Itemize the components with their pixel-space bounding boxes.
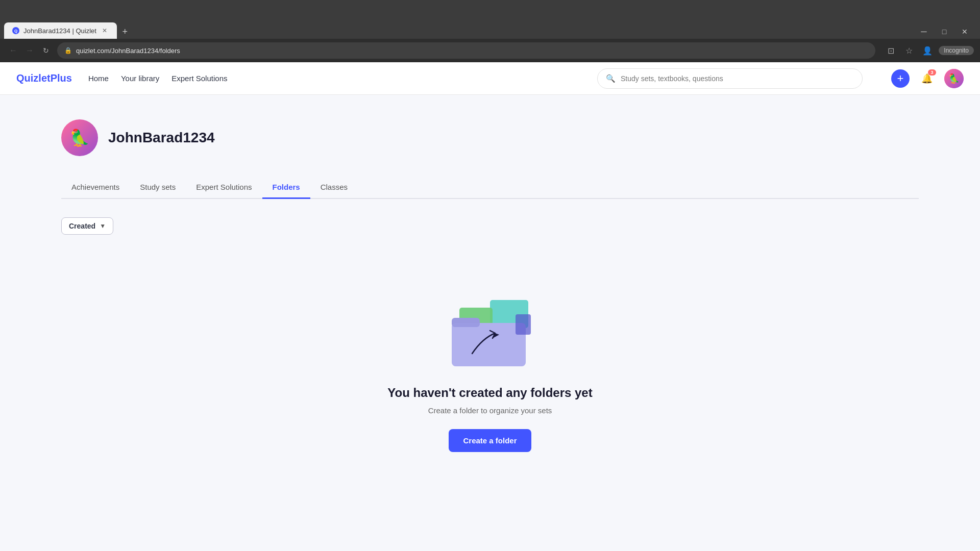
avatar: 🦜 (944, 69, 964, 88)
user-avatar-button[interactable]: 🦜 (944, 69, 964, 88)
tab-study-sets[interactable]: Study sets (130, 177, 186, 199)
filter-label: Created (69, 222, 95, 230)
nav-your-library[interactable]: Your library (121, 74, 159, 83)
url-input[interactable] (76, 47, 868, 55)
empty-state: You haven't created any folders yet Crea… (61, 259, 919, 483)
profile-username: JohnBarad1234 (108, 130, 215, 146)
create-folder-button[interactable]: Create a folder (449, 429, 531, 452)
nav-links: Home Your library Expert Solutions (88, 74, 228, 83)
minimize-button[interactable]: ─ (917, 24, 931, 39)
search-input[interactable] (621, 74, 854, 83)
tab-favicon: Q (12, 27, 19, 34)
tab-achievements[interactable]: Achievements (61, 177, 130, 199)
add-button[interactable]: + (891, 69, 910, 88)
top-nav: QuizletPlus Home Your library Expert Sol… (0, 62, 980, 95)
profile-icon[interactable]: 👤 (920, 43, 935, 58)
nav-home[interactable]: Home (88, 74, 109, 83)
profile-avatar: 🦜 (61, 119, 98, 156)
svg-rect-4 (452, 323, 526, 366)
refresh-button[interactable]: ↻ (39, 43, 53, 58)
page-content: 🦜 JohnBarad1234 Achievements Study sets … (0, 95, 980, 507)
filter-dropdown[interactable]: Created ▼ (61, 217, 113, 235)
forward-button[interactable]: → (22, 43, 37, 58)
active-tab[interactable]: Q JohnBarad1234 | Quizlet ✕ (4, 22, 117, 39)
tab-title: JohnBarad1234 | Quizlet (23, 27, 96, 35)
cast-icon[interactable]: ⊡ (884, 43, 898, 58)
top-nav-actions: + 🔔 3 🦜 (891, 69, 964, 88)
new-tab-button[interactable]: + (118, 24, 132, 39)
tab-bar: Q JohnBarad1234 | Quizlet ✕ + ─ □ ✕ (0, 19, 980, 39)
tab-expert-solutions[interactable]: Expert Solutions (186, 177, 262, 199)
chevron-down-icon: ▼ (100, 222, 106, 230)
empty-subtitle: Create a folder to organize your sets (428, 406, 552, 415)
browser-chrome: Q JohnBarad1234 | Quizlet ✕ + ─ □ ✕ ← → … (0, 0, 980, 62)
notifications-button[interactable]: 🔔 3 (918, 69, 936, 88)
address-bar[interactable]: 🔒 (57, 42, 875, 59)
profile-tabs: Achievements Study sets Expert Solutions… (61, 177, 919, 199)
tab-close-button[interactable]: ✕ (101, 27, 109, 35)
maximize-button[interactable]: □ (937, 24, 951, 39)
app: QuizletPlus Home Your library Expert Sol… (0, 62, 980, 551)
close-window-button[interactable]: ✕ (958, 24, 972, 39)
nav-expert-solutions[interactable]: Expert Solutions (172, 74, 227, 83)
search-icon: 🔍 (606, 74, 616, 83)
empty-title: You haven't created any folders yet (387, 386, 592, 400)
back-button[interactable]: ← (6, 43, 20, 58)
folder-illustration (444, 290, 536, 371)
logo[interactable]: QuizletPlus (16, 72, 72, 84)
incognito-indicator: Incognito (939, 46, 974, 55)
folder-icon (444, 290, 536, 371)
search-bar[interactable]: 🔍 (597, 68, 863, 89)
lock-icon: 🔒 (64, 47, 72, 54)
navigation-bar: ← → ↻ 🔒 ⊡ ☆ 👤 Incognito (0, 39, 980, 62)
nav-arrows: ← → ↻ (6, 43, 53, 58)
tab-folders[interactable]: Folders (262, 177, 310, 199)
filter-row: Created ▼ (61, 217, 919, 235)
profile-header: 🦜 JohnBarad1234 (61, 119, 919, 156)
bookmark-button[interactable]: ☆ (902, 43, 916, 58)
svg-rect-5 (516, 314, 531, 335)
nav-actions: ⊡ ☆ 👤 Incognito (884, 43, 974, 58)
notification-badge: 3 (928, 69, 936, 76)
tab-classes[interactable]: Classes (310, 177, 358, 199)
title-bar (0, 0, 980, 19)
